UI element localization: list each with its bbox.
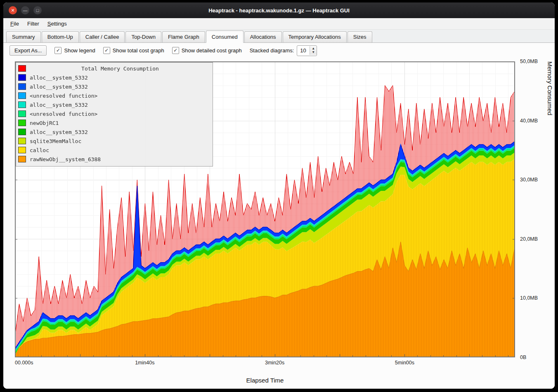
legend-label: calloc <box>30 147 49 153</box>
toolbar: Export As... ✓Show legend✓Show total cos… <box>3 43 555 58</box>
titlebar: ✕ — □ Heaptrack - heaptrack.wakunode.1.g… <box>3 2 555 18</box>
legend-item: <unresolved function> <box>18 91 210 100</box>
legend-swatch <box>18 147 26 153</box>
legend-item: rawNewObj__system_6388 <box>18 155 210 164</box>
y-tick-label: 40,0MB <box>520 118 538 124</box>
legend-label: alloc__system_5332 <box>30 84 88 90</box>
legend-swatch <box>18 65 26 72</box>
checkbox-label: Show legend <box>64 47 95 54</box>
checkbox-label: Show total cost graph <box>113 47 164 54</box>
check-icon: ✓ <box>172 47 179 54</box>
y-tick-label: 20,0MB <box>520 236 538 242</box>
tab-top-down[interactable]: Top-Down <box>125 31 161 42</box>
heaptrack-window: ✕ — □ Heaptrack - heaptrack.wakunode.1.g… <box>3 2 555 389</box>
legend-label: rawNewObj__system_6388 <box>30 156 101 162</box>
y-tick-label: 50,0MB <box>520 59 538 64</box>
close-button[interactable]: ✕ <box>9 6 17 14</box>
x-tick-label: 3min20s <box>265 360 284 366</box>
legend-title: Total Memory Consumption <box>30 66 210 72</box>
legend-title-row: Total Memory Consumption <box>18 64 210 73</box>
tab-bottom-up[interactable]: Bottom-Up <box>42 31 79 42</box>
checkbox-label: Show detailed cost graph <box>182 47 242 54</box>
legend-swatch <box>18 129 26 135</box>
show-total-cost-graph-checkbox[interactable]: ✓Show total cost graph <box>103 47 164 54</box>
legend-swatch <box>18 74 26 81</box>
tab-sizes[interactable]: Sizes <box>348 31 372 42</box>
stacked-diagrams-value: 10 <box>297 47 310 54</box>
legend-item: alloc__system_5332 <box>18 127 210 136</box>
x-axis-title: Elapsed Time <box>15 377 515 384</box>
legend-swatch <box>18 92 26 99</box>
legend-swatch <box>18 156 26 162</box>
export-as-button[interactable]: Export As... <box>9 45 47 56</box>
y-tick-label: 10,0MB <box>520 295 538 301</box>
legend-label: alloc__system_5332 <box>30 75 88 81</box>
legend-swatch <box>18 110 26 117</box>
window-controls: ✕ — □ <box>9 6 42 14</box>
window-title: Heaptrack - heaptrack.wakunode.1.gz — He… <box>3 7 555 14</box>
spin-down-icon[interactable]: ▼ <box>312 51 315 54</box>
menu-bar: FileFilterSettings <box>3 18 555 30</box>
menu-settings[interactable]: Settings <box>44 19 71 28</box>
legend-label: alloc__system_5332 <box>30 129 88 135</box>
show-legend-checkbox[interactable]: ✓Show legend <box>54 47 95 54</box>
check-icon: ✓ <box>54 47 61 54</box>
stacked-diagrams-label: Stacked diagrams: <box>250 47 294 54</box>
tab-consumed[interactable]: Consumed <box>206 31 244 43</box>
x-tick-label: 00.000s <box>15 360 33 366</box>
legend-item: sqlite3MemMalloc <box>18 136 210 146</box>
legend-swatch <box>18 120 26 126</box>
stacked-diagrams-group: Stacked diagrams: 10 ▲▼ <box>250 45 317 56</box>
minimize-button[interactable]: — <box>21 6 29 14</box>
legend-swatch <box>18 138 26 144</box>
legend-label: <unresolved function> <box>30 93 97 99</box>
checkbox-group: ✓Show legend✓Show total cost graph✓Show … <box>54 47 241 54</box>
y-axis-title: Memory Consumed <box>546 61 553 357</box>
show-detailed-cost-graph-checkbox[interactable]: ✓Show detailed cost graph <box>172 47 242 54</box>
legend-swatch <box>18 83 26 90</box>
tab-caller-callee[interactable]: Caller / Callee <box>80 31 125 42</box>
legend-item: <unresolved function> <box>18 109 210 118</box>
legend-item: alloc__system_5332 <box>18 100 210 109</box>
tab-allocations[interactable]: Allocations <box>244 31 282 42</box>
legend-label: sqlite3MemMalloc <box>30 138 81 144</box>
spinbox-buttons[interactable]: ▲▼ <box>310 46 317 55</box>
check-icon: ✓ <box>103 47 110 54</box>
x-tick-label: 5min00s <box>395 360 414 366</box>
menu-file[interactable]: File <box>7 19 23 28</box>
legend-item: newObjRC1 <box>18 118 210 127</box>
stacked-diagrams-spinbox[interactable]: 10 ▲▼ <box>297 45 317 56</box>
legend-label: newObjRC1 <box>30 120 59 126</box>
legend-entries: alloc__system_5332alloc__system_5332<unr… <box>18 73 210 164</box>
y-tick-label: 0B <box>520 354 526 360</box>
legend-item: alloc__system_5332 <box>18 73 210 82</box>
legend-item: alloc__system_5332 <box>18 82 210 91</box>
legend-item: calloc <box>18 146 210 155</box>
legend-label: alloc__system_5332 <box>30 102 88 108</box>
y-tick-label: 30,0MB <box>520 177 538 183</box>
legend-swatch <box>18 101 26 108</box>
tab-bar: SummaryBottom-UpCaller / CalleeTop-DownF… <box>3 30 555 43</box>
menu-filter[interactable]: Filter <box>24 19 43 28</box>
chart-legend: Total Memory Consumption alloc__system_5… <box>16 62 213 167</box>
x-axis-ticks: 00.000s1min40s3min20s5min00s <box>15 359 515 366</box>
legend-label: <unresolved function> <box>30 111 97 117</box>
maximize-button[interactable]: □ <box>33 6 42 14</box>
tab-temporary-allocations[interactable]: Temporary Allocations <box>283 31 347 42</box>
consumed-chart[interactable]: Total Memory Consumption alloc__system_5… <box>15 61 515 357</box>
tab-summary[interactable]: Summary <box>6 31 41 42</box>
x-tick-label: 1min40s <box>135 360 154 366</box>
tab-flame-graph[interactable]: Flame Graph <box>162 31 205 42</box>
chart-region: Total Memory Consumption alloc__system_5… <box>3 58 555 389</box>
